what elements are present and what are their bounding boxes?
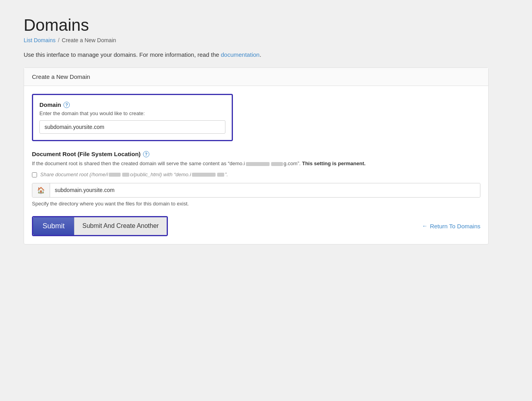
path-input-row: 🏠 [32,183,480,198]
path-hint: Specify the directory where you want the… [32,201,480,207]
share-doc-root-label: Share document root (/home/io/public_htm… [40,172,228,177]
domain-input[interactable] [39,120,225,134]
doc-root-description: If the document root is shared then the … [32,160,480,168]
domain-field-section: Domain ? Enter the domain that you would… [32,94,233,141]
return-arrow-icon: ← [422,223,428,229]
share-doc-root-row: Share document root (/home/io/public_htm… [32,172,480,177]
home-icon: 🏠 [32,183,50,197]
doc-root-label: Document Root (File System Location) ? [32,151,480,157]
doc-root-path-input[interactable] [50,183,480,197]
create-domain-card: Create a New Domain Domain ? Enter the d… [24,67,489,244]
breadcrumb-current: Create a New Domain [62,37,116,43]
actions-row: Submit Submit And Create Another ← Retur… [32,216,480,236]
share-doc-root-checkbox[interactable] [32,172,37,177]
card-header: Create a New Domain [24,68,488,86]
domain-help-icon[interactable]: ? [63,102,70,108]
return-to-domains-link[interactable]: ← Return To Domains [422,223,480,229]
page-title: Domains [24,16,508,35]
documentation-link[interactable]: documentation [221,51,259,58]
doc-root-section: Document Root (File System Location) ? I… [32,151,480,207]
domain-label: Domain ? [39,101,225,108]
submit-create-another-button[interactable]: Submit And Create Another [74,217,167,235]
submit-button[interactable]: Submit [33,217,74,235]
breadcrumb-separator: / [58,37,60,43]
doc-root-help-icon[interactable]: ? [143,151,149,157]
page-description: Use this interface to manage your domain… [24,51,508,58]
breadcrumb-list-link[interactable]: List Domains [24,37,56,43]
domain-field-description: Enter the domain that you would like to … [39,110,225,116]
breadcrumb: List Domains / Create a New Domain [24,37,508,43]
card-body: Domain ? Enter the domain that you would… [24,86,488,244]
submit-button-wrap: Submit Submit And Create Another [32,216,168,236]
